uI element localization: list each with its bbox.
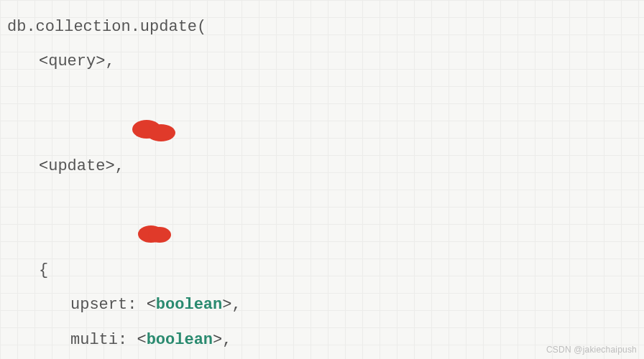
angle-close: > [105, 157, 114, 175]
angle-close: > [213, 331, 222, 349]
type-boolean: boolean [147, 331, 213, 349]
svg-point-3 [148, 227, 171, 243]
comma: , [231, 296, 241, 314]
param-update: update [48, 157, 105, 175]
angle-open: < [147, 296, 156, 314]
watermark-text: CSDN @jakiechaipush [546, 345, 637, 355]
angle-open: < [137, 331, 146, 349]
param-query: query [48, 52, 96, 70]
code-line-6: multi: <boolean>, [7, 323, 637, 358]
angle-close: > [96, 52, 105, 70]
comma: , [105, 52, 114, 70]
code-line-3: <update>, [7, 149, 637, 253]
code-text: db.collection.update( [7, 18, 206, 36]
type-boolean: boolean [156, 296, 222, 314]
angle-open: < [39, 52, 48, 70]
code-line-2: <query>, [7, 45, 637, 149]
comma: , [115, 157, 124, 175]
opt-key-multi: multi: [70, 331, 137, 349]
code-line-1: db.collection.update( [7, 10, 637, 45]
brace-open: { [39, 261, 48, 279]
code-line-5: upsert: <boolean>, [7, 288, 637, 322]
code-line-4: { [7, 253, 637, 288]
code-block: db.collection.update( <query>, <update>,… [0, 0, 644, 359]
svg-point-1 [147, 124, 175, 141]
angle-close: > [222, 296, 231, 314]
comma: , [222, 331, 231, 349]
opt-key-upsert: upsert: [70, 296, 147, 314]
angle-open: < [39, 157, 48, 175]
